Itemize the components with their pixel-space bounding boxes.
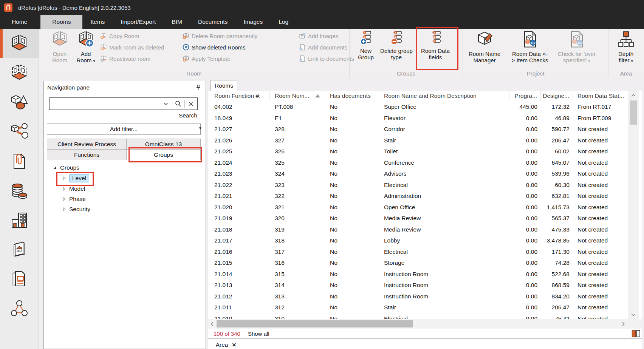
sidebar-item-database[interactable] <box>0 176 39 205</box>
table-row[interactable]: 21.011312NoStair0.00206.47Not created <box>208 302 626 313</box>
table-row[interactable]: 21.022323NoElectrical0.0060.30Not create… <box>208 179 626 191</box>
column-header-room-name[interactable]: Room Name and Room Description <box>379 91 509 101</box>
menu-documents[interactable]: Documents <box>190 15 235 29</box>
reactivate-room-button[interactable]: Reactivate room <box>100 54 150 63</box>
table-row[interactable]: 21.010310NoElectrical0.0075.42Not create… <box>208 313 626 320</box>
add-documents-button[interactable]: Add documents <box>299 42 347 52</box>
table-row[interactable]: 21.016317NoElectrical0.00171.30Not creat… <box>208 246 626 258</box>
depth-filter-button[interactable]: Depth filter ▾ <box>614 31 638 64</box>
room-data-item-checks-button[interactable]: 1:1 Room Data <- > Item Checks <box>510 31 550 63</box>
sidebar-item-building[interactable] <box>0 205 39 235</box>
add-filter-dropdown-icon[interactable]: ▼ <box>198 126 202 130</box>
table-row[interactable]: 21.020321NoOpen Office0.001,415.73Not cr… <box>208 202 626 213</box>
table-row[interactable]: 21.025326NoToilet0.0060.02Not created <box>208 146 626 157</box>
table-row[interactable]: 21.014315NoInstruction Room0.00522.68Not… <box>208 269 626 280</box>
sidebar-item-project-book[interactable] <box>0 235 39 264</box>
table-cell: 0.00 <box>509 235 541 246</box>
search-input[interactable] <box>50 98 160 110</box>
apply-template-button[interactable]: Apply Template <box>183 54 230 63</box>
nav-tab-client-review-process[interactable]: Client Review Process <box>47 139 127 150</box>
tree-collapsed-icon[interactable] <box>63 207 66 211</box>
menu-import-export[interactable]: Import/Export <box>113 15 164 29</box>
sidebar-item-rooms[interactable] <box>0 29 39 58</box>
area-tab[interactable]: Area ✕ <box>211 340 241 349</box>
add-room-button[interactable]: Add Room ▾ <box>74 31 98 64</box>
table-row[interactable]: 21.023324NoAdvisors0.00539.96Not created <box>208 168 626 179</box>
table-row[interactable]: 18.049E1NoElevator0.0046.89From RT.009 <box>208 113 626 124</box>
table-cell: 565.37 <box>541 213 573 224</box>
tree-expanded-icon[interactable] <box>53 166 57 170</box>
tree-node-security[interactable]: Security <box>63 206 90 213</box>
layout-columns-icon[interactable] <box>632 330 641 338</box>
tree-node-model[interactable]: Model <box>63 185 85 192</box>
tree-node-groups-root[interactable]: Groups <box>53 164 79 171</box>
tree-collapsed-icon[interactable] <box>63 187 66 191</box>
link-to-documents-button[interactable]: Link to documents <box>299 54 354 63</box>
new-group-button[interactable]: AB New Group <box>355 31 377 60</box>
column-header-room-number[interactable]: Room Num... <box>270 91 325 101</box>
tree-collapsed-icon[interactable] <box>63 197 66 201</box>
chevron-down-icon[interactable] <box>160 98 172 110</box>
menu-items[interactable]: Items <box>82 15 113 29</box>
clear-search-icon[interactable] <box>185 98 197 110</box>
scroll-down-icon[interactable] <box>628 310 639 319</box>
add-filter-button[interactable]: Add filter... <box>47 124 201 135</box>
column-header-has-documents[interactable]: Has documents <box>325 91 379 101</box>
delete-group-type-button[interactable]: AB Delete group type <box>379 31 413 60</box>
close-icon[interactable]: ✕ <box>232 342 237 348</box>
open-room-button[interactable]: Open Room <box>48 31 71 63</box>
table-cell: No <box>325 113 379 124</box>
table-row[interactable]: 21.027328NoCorridor0.00590.72Not created <box>208 124 626 135</box>
room-name-manager-button[interactable]: Room Name Manager <box>468 31 502 63</box>
table-cell: 327 <box>270 135 325 146</box>
scroll-left-icon[interactable] <box>208 319 216 329</box>
column-header-room-data-status[interactable]: Room Data Stat... <box>573 91 626 101</box>
mark-room-deleted-button[interactable]: Mark room as deleted <box>100 42 164 52</box>
menu-log[interactable]: Log <box>271 15 296 29</box>
vertical-scrollbar-thumb[interactable] <box>630 100 637 125</box>
pin-icon[interactable] <box>195 85 201 91</box>
table-row[interactable]: 21.021322NoAdministration0.00632.81Not c… <box>208 190 626 202</box>
menu-bim[interactable]: BIM <box>164 15 190 29</box>
nav-tab-functions[interactable]: Functions <box>47 149 127 160</box>
table-cell: 0.00 <box>509 168 541 179</box>
add-images-button[interactable]: Add Images <box>299 31 338 41</box>
menu-images[interactable]: Images <box>235 15 271 29</box>
column-header-programmed[interactable]: Progra... <box>509 91 541 101</box>
horizontal-scrollbar[interactable] <box>208 319 628 329</box>
table-row[interactable]: 04.002PT.008NoSuper Office445.00172.32Fr… <box>208 101 626 113</box>
table-row[interactable]: 21.024325NoConference0.00645.07Not creat… <box>208 157 626 168</box>
scroll-right-icon[interactable] <box>619 319 627 329</box>
copy-room-button[interactable]: Copy Room <box>100 31 139 41</box>
show-all-button[interactable]: Show all <box>248 330 269 337</box>
table-row[interactable]: 21.017318NoLobby0.003,478.85Not created <box>208 235 626 246</box>
table-row[interactable]: 21.018319NoMedia Review0.00475.33Not cre… <box>208 224 626 235</box>
table-row[interactable]: 21.019320NoMedia Review0.00565.37Not cre… <box>208 213 626 224</box>
tree-node-phase[interactable]: Phase <box>63 196 86 202</box>
column-header-designed[interactable]: Designe... <box>541 91 573 101</box>
table-row[interactable]: 21.026327NoStair0.00206.47Not created <box>208 135 626 146</box>
vertical-scrollbar[interactable] <box>628 91 639 319</box>
delete-room-permanently-button[interactable]: Delete Room permanently <box>183 31 257 41</box>
horizontal-scrollbar-thumb[interactable] <box>217 320 413 327</box>
table-cell: Not created <box>573 246 626 258</box>
table-row[interactable]: 21.013314NoInstruction Room0.00868.59Not… <box>208 280 626 291</box>
add-images-icon <box>299 32 306 39</box>
menu-rooms[interactable]: Rooms <box>40 15 82 29</box>
sidebar-item-items[interactable] <box>0 88 39 117</box>
sidebar-item-item-links[interactable] <box>0 117 39 147</box>
show-deleted-rooms-button[interactable]: Show deleted Rooms <box>183 42 246 52</box>
column-header-room-function[interactable]: Room Function #: <box>208 91 270 101</box>
sidebar-item-documents[interactable] <box>0 147 39 176</box>
check-over-specified-button[interactable]: 1:1 Check for 'over specified' ▾ <box>556 31 598 64</box>
rooms-document-tab[interactable]: Rooms <box>211 80 237 91</box>
scroll-up-icon[interactable] <box>628 91 639 100</box>
table-row[interactable]: 21.015316NoStorage0.0074.28Not created <box>208 257 626 269</box>
sidebar-item-reports[interactable] <box>0 264 39 294</box>
sidebar-item-rooms-ghost[interactable] <box>0 58 39 88</box>
search-link[interactable]: Search <box>179 112 197 119</box>
menu-home[interactable]: Home <box>4 15 35 29</box>
table-row[interactable]: 21.012313NoInstruction Room0.00834.20Not… <box>208 291 626 302</box>
search-icon[interactable] <box>172 98 184 110</box>
sidebar-item-network[interactable] <box>0 294 39 323</box>
